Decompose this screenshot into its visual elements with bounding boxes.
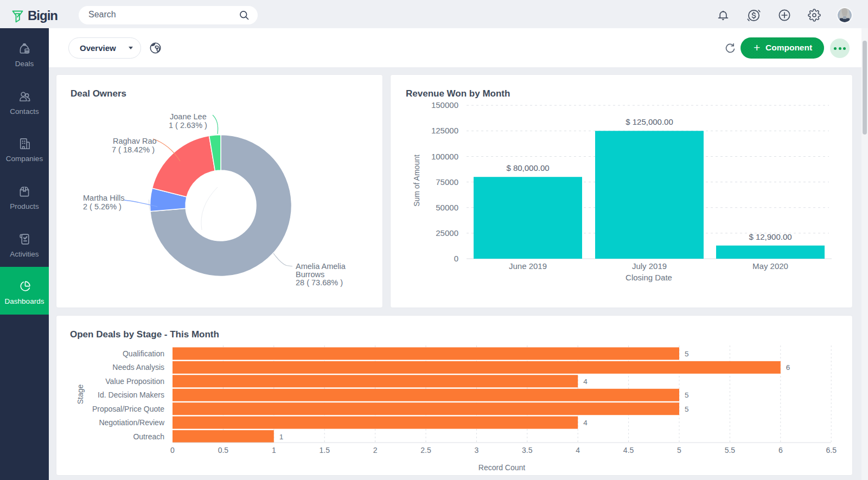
svg-text:Value Proposition: Value Proposition bbox=[105, 377, 164, 386]
svg-text:6: 6 bbox=[778, 446, 783, 455]
svg-text:2: 2 bbox=[373, 446, 378, 455]
svg-text:Needs Analysis: Needs Analysis bbox=[112, 363, 164, 372]
svg-text:Outreach: Outreach bbox=[133, 432, 164, 441]
svg-text:5.5: 5.5 bbox=[725, 446, 736, 455]
svg-text:0: 0 bbox=[170, 446, 175, 455]
svg-text:1: 1 bbox=[279, 433, 284, 441]
svg-text:May 2020: May 2020 bbox=[752, 261, 788, 271]
svg-text:0.5: 0.5 bbox=[218, 446, 229, 455]
svg-text:3: 3 bbox=[475, 446, 479, 455]
svg-text:150000: 150000 bbox=[431, 100, 458, 110]
svg-text:Sum of Amount: Sum of Amount bbox=[412, 155, 421, 207]
svg-text:Record Count: Record Count bbox=[478, 463, 525, 472]
svg-text:2.5: 2.5 bbox=[420, 446, 431, 455]
svg-text:100000: 100000 bbox=[431, 152, 458, 161]
svg-text:3.5: 3.5 bbox=[522, 446, 533, 455]
svg-text:25000: 25000 bbox=[436, 228, 458, 238]
svg-text:7 ( 18.42% ): 7 ( 18.42% ) bbox=[112, 145, 155, 154]
svg-text:July 2019: July 2019 bbox=[632, 261, 667, 271]
svg-text:Id. Decision Makers: Id. Decision Makers bbox=[98, 391, 164, 399]
svg-text:6: 6 bbox=[786, 363, 790, 372]
svg-text:5: 5 bbox=[685, 350, 689, 358]
svg-text:Amelia Amelia: Amelia Amelia bbox=[296, 262, 346, 271]
svg-text:Open Deals by Stage - This Mon: Open Deals by Stage - This Month bbox=[70, 329, 219, 340]
svg-text:50000: 50000 bbox=[436, 203, 458, 212]
svg-text:Proposal/Price Quote: Proposal/Price Quote bbox=[92, 405, 164, 413]
svg-text:1 ( 2.63% ): 1 ( 2.63% ) bbox=[169, 121, 207, 130]
svg-text:Joane Lee: Joane Lee bbox=[170, 112, 207, 121]
svg-text:Burrows: Burrows bbox=[296, 270, 324, 279]
svg-text:Negotiation/Review: Negotiation/Review bbox=[99, 418, 165, 427]
svg-text:Deal Owners: Deal Owners bbox=[71, 88, 126, 99]
svg-text:$ 12,900.00: $ 12,900.00 bbox=[749, 232, 792, 241]
svg-text:Qualification: Qualification bbox=[123, 349, 164, 358]
svg-text:$ 80,000.00: $ 80,000.00 bbox=[506, 163, 549, 172]
svg-text:5: 5 bbox=[685, 405, 689, 413]
svg-text:4: 4 bbox=[583, 419, 588, 427]
svg-text:75000: 75000 bbox=[436, 177, 458, 187]
svg-text:Closing Date: Closing Date bbox=[626, 273, 672, 282]
svg-text:$ 125,000.00: $ 125,000.00 bbox=[626, 117, 673, 126]
svg-text:June 2019: June 2019 bbox=[509, 261, 547, 271]
svg-text:Martha Hills: Martha Hills bbox=[83, 194, 125, 202]
svg-text:1: 1 bbox=[272, 446, 276, 455]
svg-text:Revenue Won by Month: Revenue Won by Month bbox=[406, 88, 510, 99]
svg-text:4: 4 bbox=[583, 377, 588, 386]
svg-text:0: 0 bbox=[454, 254, 458, 263]
svg-text:Raghav Rao: Raghav Rao bbox=[113, 137, 157, 145]
svg-text:1.5: 1.5 bbox=[319, 446, 330, 455]
svg-text:4.5: 4.5 bbox=[623, 446, 634, 455]
svg-text:5: 5 bbox=[677, 446, 681, 455]
svg-text:6.5: 6.5 bbox=[826, 446, 837, 455]
svg-text:125000: 125000 bbox=[431, 126, 458, 135]
svg-text:4: 4 bbox=[576, 446, 580, 455]
svg-text:28 ( 73.68% ): 28 ( 73.68% ) bbox=[296, 278, 343, 287]
svg-text:5: 5 bbox=[685, 391, 689, 399]
svg-text:Stage: Stage bbox=[76, 384, 85, 404]
svg-text:2 ( 5.26% ): 2 ( 5.26% ) bbox=[83, 202, 122, 211]
